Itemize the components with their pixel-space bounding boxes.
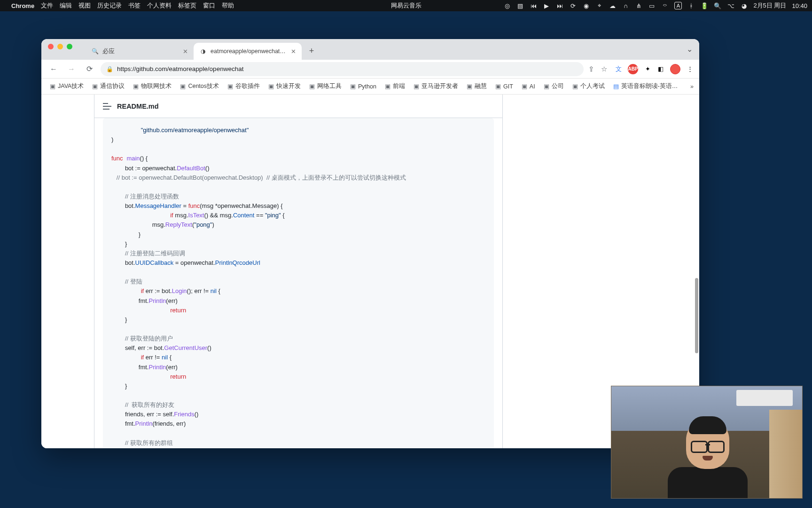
- code-text: func: [111, 155, 123, 162]
- code-text: () && msg.: [204, 212, 233, 219]
- new-tab-button[interactable]: +: [304, 44, 319, 58]
- close-tab-icon[interactable]: ✕: [183, 48, 188, 55]
- bookmark-folder[interactable]: ▣AI: [519, 81, 538, 92]
- bookmark-folder[interactable]: ▣前端: [382, 80, 408, 92]
- share-icon[interactable]: ⇪: [588, 65, 594, 73]
- translate-icon[interactable]: 文: [615, 65, 622, 73]
- control-center-icon[interactable]: ⌥: [727, 2, 734, 9]
- folder-icon: ▣: [414, 83, 419, 90]
- code-text: = openwechat.: [173, 259, 215, 266]
- bookmark-folder[interactable]: ▣通信协议: [89, 80, 127, 92]
- code-text: "ping": [265, 212, 281, 219]
- bookmark-folder[interactable]: ▣公司: [541, 80, 567, 92]
- bookmark-folder[interactable]: ▣物联网技术: [130, 80, 174, 92]
- code-text: Println: [148, 297, 166, 304]
- code-text: (): [207, 344, 211, 351]
- bookmark-folder[interactable]: ▣JAVA技术: [47, 80, 86, 92]
- toc-icon[interactable]: [103, 103, 111, 110]
- bookmark-folder[interactable]: ▣亚马逊开发者: [411, 80, 461, 92]
- input-method-icon[interactable]: A: [674, 2, 682, 9]
- extensions-icon[interactable]: ✦: [644, 65, 651, 73]
- chrome-menu-icon[interactable]: ⋮: [686, 65, 694, 73]
- code-text: ==: [254, 212, 265, 219]
- folder-icon: ▣: [180, 83, 186, 90]
- code-text: err := bot.: [144, 287, 172, 294]
- close-tab-icon[interactable]: ✕: [291, 48, 296, 55]
- display-icon[interactable]: ▭: [648, 2, 656, 9]
- menubar-right: ◎ ▧ ⏮ ▶ ⏭ ⟳ ◉ ⌖ ☁ ∩ ⋔ ▭ ⌔ A ᚼ 🔋 🔍 ⌥ ◕ 2月…: [503, 1, 807, 10]
- hotspot-icon[interactable]: ⋔: [635, 2, 642, 9]
- menu-history[interactable]: 历史记录: [97, 1, 122, 10]
- github-icon: ◑: [199, 48, 207, 55]
- spotlight-icon[interactable]: 🔍: [714, 2, 721, 9]
- menu-edit[interactable]: 编辑: [60, 1, 72, 10]
- media-play-icon[interactable]: ▶: [543, 2, 550, 9]
- menu-tabs[interactable]: 标签页: [178, 1, 196, 10]
- bookmark-folder[interactable]: ▣谷歌插件: [225, 80, 263, 92]
- location-icon[interactable]: ⌖: [595, 2, 603, 9]
- menubar-date[interactable]: 2月5日 周日: [753, 1, 786, 10]
- menu-view[interactable]: 视图: [78, 1, 91, 10]
- forward-button[interactable]: →: [65, 63, 78, 76]
- code-text: (msg *openwechat.Message) {: [200, 202, 282, 209]
- tab-overflow-icon[interactable]: ⌄: [687, 45, 693, 54]
- wifi-icon[interactable]: ⌔: [661, 2, 669, 9]
- folder-icon: ▣: [385, 83, 390, 90]
- sidepanel-icon[interactable]: ◧: [657, 65, 664, 73]
- bookmark-label: 公司: [552, 82, 564, 90]
- back-button[interactable]: ←: [47, 63, 60, 76]
- window-maximize-icon[interactable]: [67, 44, 72, 49]
- bookmark-overflow-icon[interactable]: »: [690, 83, 694, 90]
- folder-icon: ▣: [350, 83, 356, 90]
- menu-help[interactable]: 帮助: [222, 1, 234, 10]
- code-text: // 获取登陆的用户: [111, 335, 173, 342]
- tab-bing[interactable]: 🔍 必应 ✕: [86, 43, 194, 60]
- bookmark-link[interactable]: ▤英语音标朗读-英语…: [610, 80, 681, 92]
- bookmark-folder[interactable]: ▣融慧: [464, 80, 490, 92]
- code-text: bot.: [111, 259, 135, 266]
- address-bar[interactable]: 🔒 https://github.com/eatmoreapple/openwe…: [101, 62, 584, 76]
- window-minimize-icon[interactable]: [57, 44, 63, 49]
- webcam-mouth: [703, 456, 713, 460]
- bookmark-label: Centos技术: [188, 82, 219, 90]
- target-icon[interactable]: ◉: [582, 2, 590, 9]
- media-next-icon[interactable]: ⏭: [556, 2, 563, 9]
- media-prev-icon[interactable]: ⏮: [530, 2, 537, 9]
- bookmarks-bar: ▣JAVA技术 ▣通信协议 ▣物联网技术 ▣Centos技术 ▣谷歌插件 ▣快速…: [41, 79, 699, 95]
- app-name[interactable]: Chrome: [11, 2, 34, 9]
- tab-github[interactable]: ◑ eatmoreapple/openwechat: go ✕: [194, 43, 302, 60]
- code-text: Println: [148, 364, 166, 371]
- bookmark-folder[interactable]: ▣快速开发: [265, 80, 304, 92]
- bookmark-folder[interactable]: ▣GIT: [492, 81, 516, 92]
- screencast-icon[interactable]: ◎: [503, 2, 511, 9]
- profile-avatar-icon[interactable]: [670, 64, 680, 74]
- code-text: (err): [166, 297, 178, 304]
- code-text: self, err := bot.: [111, 344, 164, 351]
- battery-icon[interactable]: 🔋: [701, 2, 708, 9]
- menu-profile[interactable]: 个人资料: [147, 1, 172, 10]
- webcam-overlay: [611, 386, 803, 499]
- abp-extension-icon[interactable]: ABP: [628, 64, 638, 74]
- bookmark-folder[interactable]: ▣Centos技术: [177, 80, 222, 92]
- reload-button[interactable]: ⟳: [83, 63, 96, 76]
- sync-icon[interactable]: ⟳: [569, 2, 577, 9]
- bookmark-folder[interactable]: ▣个人考试: [570, 80, 608, 92]
- lock-icon: 🔒: [106, 66, 113, 72]
- headset-icon[interactable]: ∩: [622, 2, 629, 9]
- bluetooth-icon[interactable]: ᚼ: [687, 2, 695, 9]
- wechat-icon[interactable]: ☁: [609, 2, 616, 9]
- window-close-icon[interactable]: [48, 44, 54, 49]
- scrollbar-thumb[interactable]: [695, 278, 698, 353]
- menubar-time[interactable]: 10:40: [792, 2, 807, 9]
- bookmark-folder[interactable]: ▣Python: [347, 81, 379, 92]
- code-text: Println: [135, 420, 153, 427]
- menu-bookmarks[interactable]: 书签: [128, 1, 141, 10]
- notes-icon[interactable]: ▧: [516, 2, 524, 9]
- menu-file[interactable]: 文件: [41, 1, 53, 10]
- code-text: func: [188, 202, 200, 209]
- menu-window[interactable]: 窗口: [203, 1, 215, 10]
- now-playing[interactable]: 网易云音乐: [391, 1, 422, 10]
- bookmark-folder[interactable]: ▣网络工具: [306, 80, 344, 92]
- siri-icon[interactable]: ◕: [740, 2, 748, 9]
- bookmark-star-icon[interactable]: ☆: [601, 65, 607, 73]
